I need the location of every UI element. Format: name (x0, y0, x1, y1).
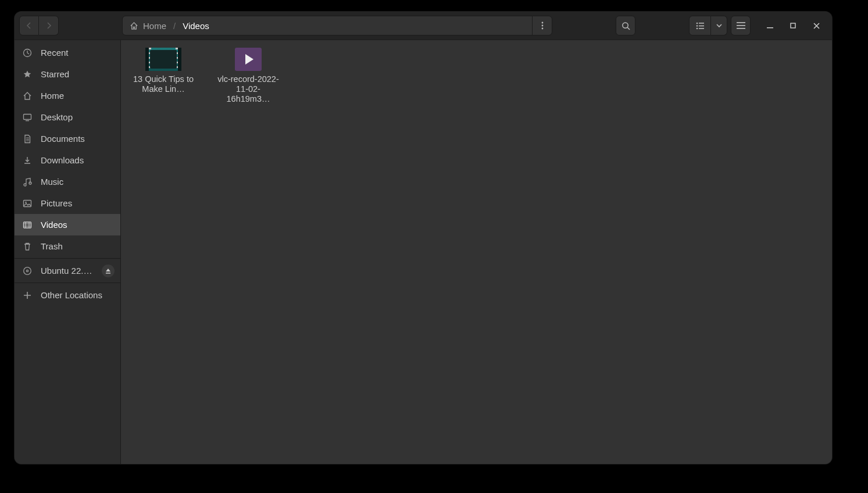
sidebar-item-label: Music (41, 177, 63, 187)
svg-point-2 (541, 28, 543, 30)
desktop-icon (22, 113, 33, 122)
window-controls (762, 18, 824, 33)
svg-point-3 (622, 22, 627, 27)
svg-point-20 (25, 201, 26, 202)
sidebar-separator (15, 283, 120, 283)
disc-icon (22, 266, 33, 276)
svg-rect-11 (737, 25, 745, 26)
view-mode-button[interactable] (689, 16, 711, 35)
sidebar-item-other-locations[interactable]: Other Locations (15, 284, 120, 306)
documents-icon (22, 134, 33, 144)
svg-rect-19 (24, 200, 31, 206)
view-dropdown-button[interactable] (711, 16, 727, 35)
kebab-icon (541, 22, 544, 30)
home-icon (130, 22, 138, 30)
plus-icon (22, 291, 33, 299)
sidebar-item-music[interactable]: Music (15, 171, 120, 192)
sidebar-item-label: Pictures (41, 198, 72, 208)
sidebar-item-label: Ubuntu 22.0… (41, 266, 94, 276)
search-icon (621, 22, 630, 30)
svg-point-8 (696, 27, 698, 29)
breadcrumb-home-label: Home (143, 21, 166, 31)
window-body: Recent Starred Home Desktop (15, 40, 832, 464)
maximize-button[interactable] (785, 18, 801, 33)
sidebar-item-label: Downloads (41, 155, 84, 165)
breadcrumb-menu-button[interactable] (532, 16, 552, 35)
sidebar-item-videos[interactable]: Videos (15, 214, 120, 235)
svg-point-22 (24, 267, 31, 274)
svg-point-4 (696, 22, 698, 24)
sidebar-item-documents[interactable]: Documents (15, 128, 120, 149)
music-icon (22, 177, 33, 187)
view-mode-group (689, 16, 727, 35)
list-icon (696, 22, 705, 30)
maximize-icon (790, 23, 796, 28)
svg-point-6 (696, 25, 698, 27)
file-name: 13 Quick Tips to Make Lin… (130, 74, 197, 94)
trash-icon (22, 242, 33, 251)
sidebar-item-label: Desktop (41, 112, 73, 122)
sidebar-item-label: Trash (41, 241, 63, 251)
breadcrumb-wrap: Home / Videos (62, 16, 612, 35)
svg-rect-16 (24, 114, 31, 119)
file-grid[interactable]: 13 Quick Tips to Make Lin… vlc-record-20… (121, 40, 832, 464)
sidebar-item-downloads[interactable]: Downloads (15, 149, 120, 171)
file-item[interactable]: vlc-record-2022-11-02-16h19m3… (212, 47, 285, 104)
recent-icon (22, 48, 33, 58)
minimize-icon (767, 23, 773, 29)
chevron-down-icon (716, 24, 722, 28)
back-button[interactable] (19, 16, 39, 35)
file-item[interactable]: 13 Quick Tips to Make Lin… (127, 47, 200, 104)
breadcrumb-current-label: Videos (183, 21, 209, 31)
sidebar-item-label: Videos (41, 220, 67, 230)
sidebar-item-starred[interactable]: Starred (15, 63, 120, 85)
svg-rect-10 (737, 22, 745, 23)
svg-rect-13 (767, 27, 773, 28)
video-thumbnail (145, 48, 181, 71)
sidebar-item-label: Documents (41, 134, 85, 144)
eject-button[interactable] (102, 265, 115, 277)
star-icon (22, 70, 33, 79)
svg-rect-9 (699, 28, 704, 29)
svg-rect-12 (737, 28, 745, 29)
svg-point-0 (541, 22, 543, 24)
svg-rect-7 (699, 25, 704, 26)
svg-point-18 (29, 182, 31, 184)
eject-icon (105, 268, 111, 274)
breadcrumb[interactable]: Home / Videos (122, 16, 552, 35)
downloads-icon (22, 156, 33, 165)
sidebar-item-pictures[interactable]: Pictures (15, 192, 120, 214)
video-thumbnail (235, 48, 262, 71)
videos-icon (22, 220, 33, 230)
hamburger-menu-button[interactable] (731, 16, 751, 35)
breadcrumb-home[interactable]: Home (123, 16, 173, 35)
svg-rect-14 (791, 23, 795, 28)
sidebar-item-desktop[interactable]: Desktop (15, 106, 120, 128)
svg-rect-21 (24, 222, 31, 228)
svg-point-1 (541, 25, 543, 27)
nav-buttons (19, 16, 59, 35)
file-manager-window: Home / Videos (15, 12, 832, 464)
hamburger-icon (737, 22, 745, 29)
sidebar-item-label: Recent (41, 48, 69, 58)
home-icon (22, 91, 33, 101)
svg-point-23 (26, 270, 28, 271)
svg-rect-17 (26, 120, 29, 121)
minimize-button[interactable] (762, 18, 777, 33)
sidebar-item-label: Other Locations (41, 290, 102, 300)
sidebar-item-disk[interactable]: Ubuntu 22.0… (15, 260, 120, 281)
pictures-icon (22, 199, 33, 208)
sidebar-item-recent[interactable]: Recent (15, 42, 120, 63)
search-button[interactable] (616, 16, 635, 35)
titlebar: Home / Videos (15, 12, 832, 40)
sidebar-item-label: Home (41, 91, 64, 101)
sidebar-item-home[interactable]: Home (15, 85, 120, 106)
chevron-right-icon (46, 22, 52, 29)
close-button[interactable] (809, 18, 824, 33)
chevron-left-icon (26, 22, 32, 29)
sidebar: Recent Starred Home Desktop (15, 40, 121, 464)
breadcrumb-current[interactable]: Videos (176, 16, 216, 35)
sidebar-item-trash[interactable]: Trash (15, 235, 120, 257)
forward-button[interactable] (39, 16, 59, 35)
sidebar-item-label: Starred (41, 69, 69, 79)
